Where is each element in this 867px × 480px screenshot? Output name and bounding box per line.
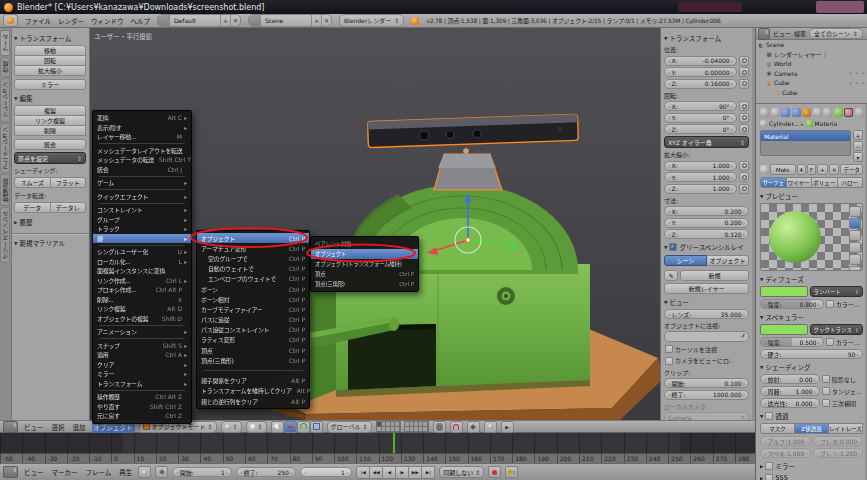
specular-shader-dropdown[interactable]: クックトランス bbox=[810, 324, 864, 335]
transparency-mode-tab[interactable]: レイトレース bbox=[828, 423, 863, 434]
slot-remove-button[interactable]: − bbox=[853, 141, 863, 151]
panel-header-transform[interactable]: トランスフォーム bbox=[14, 33, 86, 43]
transparency-field[interactable]: スペキ:1.000 bbox=[760, 448, 811, 458]
current-frame-field[interactable]: 1 bbox=[300, 467, 352, 477]
outliner-menu-search[interactable]: 検索 bbox=[794, 29, 806, 38]
panel-header-sss[interactable]: SSS bbox=[760, 474, 863, 480]
lock-cursor-checkbox[interactable] bbox=[665, 345, 673, 353]
transform-tool-button[interactable]: 移動 bbox=[14, 45, 86, 56]
context-menu-item[interactable]: オブジェクトの複製 Shift D bbox=[93, 314, 191, 324]
material-type-tab[interactable]: ワイヤー bbox=[786, 177, 813, 188]
outliner-item-label[interactable]: Cube bbox=[782, 89, 798, 96]
set-parent-menu-item[interactable]: 頂点(三角形) Ctrl P bbox=[311, 279, 418, 289]
outliner-item-label[interactable]: レンダーレイヤー bbox=[774, 50, 826, 59]
set-origin-dropdown[interactable]: 原点を設定 bbox=[14, 152, 86, 164]
toolshelf-tab[interactable]: グリースペンシル bbox=[0, 207, 10, 263]
shading-value-field[interactable]: 周囲:1.000 bbox=[760, 386, 820, 396]
context-menu-item[interactable]: 表示/隠す ▸ bbox=[93, 123, 191, 133]
material-type-tab[interactable]: サーフェ bbox=[760, 177, 787, 188]
lock-icon[interactable] bbox=[739, 67, 749, 77]
shade-smooth-button[interactable]: スムーズ bbox=[14, 177, 51, 188]
info-menu-item[interactable]: レンダー bbox=[58, 16, 84, 26]
gp-object-button[interactable]: オブジェクト bbox=[707, 255, 749, 266]
record-button[interactable] bbox=[488, 466, 501, 478]
timeline-menu-item[interactable]: マーカー bbox=[50, 466, 80, 478]
tab-data-icon[interactable] bbox=[834, 108, 843, 117]
frame-start-field[interactable]: 開始:1 bbox=[172, 467, 232, 477]
clip-end-field[interactable]: 終了:1000.000 bbox=[664, 390, 749, 400]
tab-scene-icon[interactable] bbox=[781, 108, 790, 117]
material-type-tab[interactable]: ハロー bbox=[837, 177, 864, 188]
gp-new-layer-button[interactable]: 新規レイヤー bbox=[664, 283, 749, 294]
panel-header-grease-pencil[interactable]: グリースペンシルレイ bbox=[664, 242, 749, 252]
screen-layout-delete-button[interactable]: ✕ bbox=[230, 15, 240, 26]
screen-layout-selector[interactable]: Default + ✕ bbox=[157, 14, 241, 27]
set-parent-menu-item[interactable]: ペアレント対象 bbox=[311, 239, 418, 249]
lock-icon[interactable] bbox=[739, 56, 749, 66]
outliner-row[interactable]: ▲ Cube bbox=[756, 78, 867, 88]
context-menu-item[interactable]: 変換 Alt C ▸ bbox=[93, 113, 191, 123]
material-new-button[interactable]: + bbox=[817, 164, 828, 175]
transform-tool-button[interactable]: 回転 bbox=[14, 56, 86, 66]
breadcrumb-material[interactable]: Materia bbox=[815, 120, 838, 127]
layers-group-2[interactable] bbox=[404, 421, 429, 432]
keying-set-icon[interactable] bbox=[155, 466, 168, 478]
panel-header-transparency[interactable]: 透過 bbox=[760, 411, 863, 421]
layers-group-1[interactable] bbox=[376, 421, 401, 432]
panel-header-edit[interactable]: 編集 bbox=[14, 93, 86, 103]
viewport-shading-dropdown[interactable]: ⇕ bbox=[221, 421, 242, 433]
rotation-field[interactable]: Z:0° bbox=[664, 124, 737, 134]
eyedropper-icon[interactable] bbox=[740, 334, 745, 339]
edit-tool-button[interactable]: リンク複製 bbox=[14, 116, 86, 126]
transparency-field[interactable]: アルフ:1.000 bbox=[760, 436, 811, 446]
shading-checkbox[interactable] bbox=[822, 387, 830, 395]
parent-submenu-item[interactable]: 親との逆行列をクリア Alt P bbox=[197, 396, 309, 406]
set-parent-menu-item[interactable]: オブジェクト bbox=[311, 249, 418, 259]
scene-name[interactable]: Scene bbox=[261, 17, 311, 24]
parent-submenu-item[interactable]: カーブモディファイアー Ctrl P bbox=[197, 304, 309, 314]
manipulator-scale-toggle[interactable] bbox=[310, 421, 323, 433]
panel-header-transform-n[interactable]: トランスフォーム bbox=[664, 33, 749, 43]
tab-render-icon[interactable] bbox=[760, 108, 769, 117]
dimension-field[interactable]: X:0.200 bbox=[664, 206, 749, 216]
timeline-playhead[interactable] bbox=[393, 433, 395, 453]
outliner-row[interactable]: △ Cube bbox=[756, 88, 867, 98]
tab-texture-icon[interactable] bbox=[855, 108, 864, 117]
location-field[interactable]: Y:0.00000 bbox=[664, 67, 737, 77]
context-menu-item[interactable]: 面複製インスタンスに変換 bbox=[93, 266, 191, 276]
panel-header-specular[interactable]: スペキュラー bbox=[760, 312, 863, 322]
transparency-field[interactable]: ブレン:1.250 bbox=[813, 448, 864, 458]
tab-modifiers-icon[interactable] bbox=[823, 108, 832, 117]
material-fake-user-button[interactable]: F bbox=[807, 164, 816, 175]
parent-submenu-item[interactable]: ボーン Ctrl P bbox=[197, 284, 309, 294]
scale-field[interactable]: Y:1.000 bbox=[664, 172, 737, 182]
render-opengl-button[interactable] bbox=[484, 421, 497, 433]
mirror-checkbox[interactable] bbox=[765, 462, 773, 470]
scene-icon[interactable] bbox=[249, 15, 261, 26]
gp-pencil-icon[interactable]: ✎ bbox=[664, 270, 678, 281]
transparency-mode-tab[interactable]: マスク bbox=[760, 423, 795, 434]
scene-selector[interactable]: Scene + ✕ bbox=[248, 14, 332, 27]
transparency-mode-tab[interactable]: Z値透過 bbox=[794, 423, 829, 434]
tab-constraints-icon[interactable] bbox=[813, 108, 822, 117]
context-menu-item[interactable]: 統合 Ctrl J bbox=[93, 165, 191, 175]
material-users-button[interactable]: 4 bbox=[797, 164, 807, 175]
lock-object-field[interactable] bbox=[664, 331, 749, 342]
panel-header-preview[interactable]: プレビュー bbox=[760, 191, 863, 201]
parent-submenu-item[interactable]: パスに追従 Ctrl P bbox=[197, 315, 309, 325]
scale-field[interactable]: X:1.000 bbox=[664, 161, 737, 171]
diffuse-shader-dropdown[interactable]: ランバート bbox=[810, 286, 864, 297]
toolshelf-tab[interactable]: ツール bbox=[0, 30, 10, 56]
lock-icon[interactable] bbox=[739, 124, 749, 134]
sync-mode-dropdown[interactable]: 同期しない ⇕ bbox=[439, 466, 484, 478]
shading-checkbox[interactable] bbox=[822, 375, 830, 383]
keying-dropdown[interactable]: ⇕ bbox=[505, 466, 518, 478]
shading-value-field[interactable]: 放射:0.00 bbox=[760, 374, 820, 384]
parent-submenu-item[interactable]: 親子関係をクリア Alt P bbox=[197, 376, 309, 386]
render-engine-dropdown[interactable]: Blenderレンダー bbox=[339, 14, 404, 27]
timeline-menu-item[interactable]: ビュー bbox=[22, 466, 46, 478]
dimension-field[interactable]: Y:0.200 bbox=[664, 218, 749, 228]
outliner-menu-view[interactable]: ビュー bbox=[773, 29, 791, 38]
context-menu-item[interactable]: プロキシ作成... Ctrl Alt P bbox=[93, 285, 191, 295]
toolshelf-tab[interactable]: リレーション bbox=[0, 78, 10, 122]
